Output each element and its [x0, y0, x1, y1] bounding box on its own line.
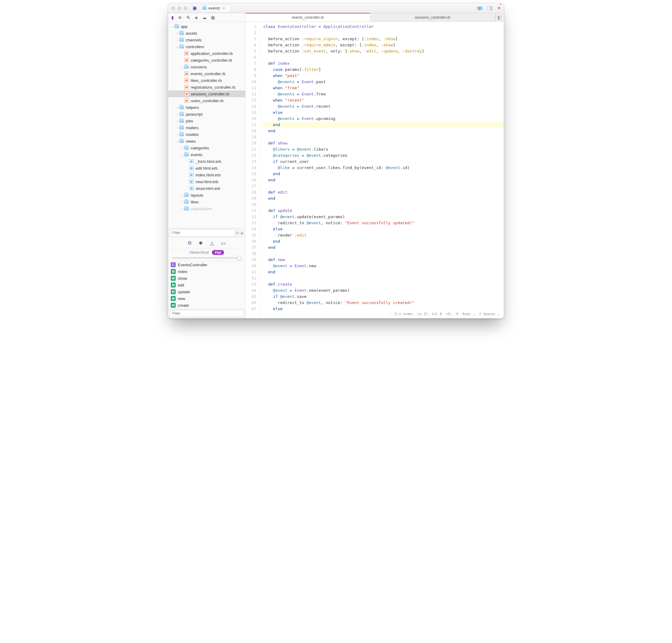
- editor-tab[interactable]: sessions_controller.rb: [370, 13, 495, 22]
- disclosure-icon[interactable]: ›: [181, 65, 184, 69]
- code-line[interactable]: def update: [262, 208, 504, 214]
- code-line[interactable]: [262, 134, 504, 140]
- code-line[interactable]: end: [262, 238, 504, 244]
- tree-folder[interactable]: ›models: [168, 131, 245, 138]
- symbol-row[interactable]: Mupdate: [168, 288, 245, 295]
- tree-file[interactable]: _form.html.erb: [168, 158, 245, 165]
- code-line[interactable]: def create: [262, 281, 504, 288]
- code-line[interactable]: [262, 251, 504, 257]
- tree-file[interactable]: users_controller.rb: [168, 97, 245, 104]
- target-icon[interactable]: ⌾: [394, 312, 398, 316]
- tree-folder[interactable]: ›assets: [168, 30, 245, 37]
- globe-icon[interactable]: ⊕: [178, 15, 182, 20]
- disclosure-icon[interactable]: ›: [176, 133, 179, 136]
- tree-folder[interactable]: ⌄app: [168, 23, 245, 30]
- disclosure-icon[interactable]: ›: [176, 106, 179, 109]
- traffic-zoom[interactable]: [184, 7, 187, 10]
- status-language[interactable]: Ruby ⌄: [463, 312, 475, 316]
- code-line[interactable]: end: [262, 269, 504, 275]
- tree-folder[interactable]: ⌄views: [168, 138, 245, 145]
- tree-file[interactable]: sessions_controller.rb: [168, 90, 245, 97]
- code-line[interactable]: else: [262, 110, 504, 116]
- tree-file[interactable]: registrations_controller.rb: [168, 84, 245, 90]
- tree-folder[interactable]: ›categories: [168, 145, 245, 151]
- disclosure-icon[interactable]: ⌄: [181, 153, 184, 156]
- disclosure-icon[interactable]: ›: [176, 126, 179, 130]
- tree-file[interactable]: index.html.erb: [168, 171, 245, 178]
- symbol-row[interactable]: Mindex: [168, 268, 245, 275]
- symbol-list[interactable]: CEventsControllerMindexMshowMeditMupdate…: [168, 262, 245, 308]
- tree-folder[interactable]: ›layouts: [168, 192, 245, 198]
- code-line[interactable]: @event = Event.new(event_params): [262, 288, 504, 294]
- symbol-row[interactable]: CEventsController: [168, 262, 245, 268]
- code-line[interactable]: before_action :set_event, only: [:show, …: [262, 48, 504, 54]
- code-line[interactable]: else: [262, 226, 504, 232]
- disclosure-icon[interactable]: ›: [181, 194, 184, 197]
- code-line[interactable]: end: [262, 195, 504, 202]
- code-line[interactable]: [262, 275, 504, 281]
- history-icon[interactable]: ↻: [236, 231, 239, 235]
- search-icon[interactable]: 🔍︎: [186, 15, 190, 20]
- zoom-slider[interactable]: [168, 257, 245, 262]
- cloud-icon[interactable]: ☁: [202, 15, 207, 20]
- file-tree[interactable]: ⌄app›assets›channels⌄controllersapplicat…: [168, 22, 245, 228]
- editor-body[interactable]: 1234567891011121314151617181920212223242…: [246, 22, 504, 318]
- disclosure-icon[interactable]: ⌄: [171, 25, 174, 28]
- tree-folder[interactable]: ›concerns: [168, 63, 245, 70]
- tree-folder[interactable]: ›channels: [168, 37, 245, 43]
- tree-folder[interactable]: ›likes: [168, 198, 245, 205]
- code-line[interactable]: def new: [262, 257, 504, 263]
- code-line[interactable]: [262, 30, 504, 36]
- code-line[interactable]: when "recent": [262, 97, 504, 104]
- disclosure-icon[interactable]: ›: [176, 38, 179, 42]
- new-file-icon[interactable]: +: [497, 5, 501, 11]
- disclosure-icon[interactable]: ›: [181, 200, 184, 204]
- project-breadcrumb[interactable]: eventz ⚙: [200, 4, 231, 12]
- code-line[interactable]: end: [262, 128, 504, 134]
- code-line[interactable]: def edit: [262, 189, 504, 195]
- symbol-row[interactable]: Mcreate: [168, 302, 245, 308]
- editor-tab[interactable]: events_controller.rb: [246, 13, 370, 22]
- panel-toggle-icon[interactable]: [487, 6, 492, 10]
- code-line[interactable]: before_action :require_signin, except: […: [262, 36, 504, 42]
- status-position[interactable]: Ln 17, Col 8: [418, 312, 442, 316]
- terminal-icon[interactable]: ▭: [221, 240, 226, 246]
- disclosure-icon[interactable]: ›: [176, 32, 179, 35]
- structure-icon[interactable]: ⧉: [188, 240, 191, 246]
- preview-icon[interactable]: [477, 7, 483, 10]
- tag-icon[interactable]: ◈: [195, 15, 198, 20]
- tree-file[interactable]: events_controller.rb: [168, 70, 245, 77]
- tree-file[interactable]: application_controller.rb: [168, 50, 245, 57]
- warnings-icon[interactable]: △: [210, 240, 214, 246]
- tree-folder[interactable]: ›mailers: [168, 124, 245, 131]
- code-line[interactable]: @event = Event.new: [262, 263, 504, 269]
- code-line[interactable]: end: [262, 171, 504, 177]
- code-line[interactable]: @events = Event.upcoming: [262, 116, 504, 122]
- code-line[interactable]: [262, 54, 504, 60]
- tree-folder[interactable]: ›registrations: [168, 205, 245, 212]
- code-line[interactable]: def index: [262, 60, 504, 66]
- code-line[interactable]: @categories = @event.categories: [262, 153, 504, 159]
- code-line[interactable]: redirect_to @event, notice: "Event succe…: [262, 300, 504, 306]
- tree-folder[interactable]: ⌄controllers: [168, 43, 245, 50]
- code-view[interactable]: class EventsController < ApplicationCont…: [261, 22, 504, 318]
- code-line[interactable]: render :edit: [262, 232, 504, 238]
- symbol-row[interactable]: Mshow: [168, 275, 245, 282]
- code-line[interactable]: [262, 202, 504, 208]
- symbol-row[interactable]: Medit: [168, 282, 245, 288]
- code-line[interactable]: if @event.save: [262, 294, 504, 300]
- gear-icon[interactable]: ⚙: [222, 6, 225, 10]
- symbol-filter-input[interactable]: [170, 310, 244, 317]
- status-indent[interactable]: 2 Spaces ⌄: [479, 312, 499, 316]
- split-editor-icon[interactable]: ◧: [495, 13, 504, 22]
- code-line[interactable]: class EventsController < ApplicationCont…: [262, 24, 504, 30]
- tree-file[interactable]: likes_controller.rb: [168, 77, 245, 84]
- tree-filter-input[interactable]: [170, 229, 235, 236]
- tree-file[interactable]: categories_controller.rb: [168, 57, 245, 63]
- tree-folder[interactable]: ⌄events: [168, 151, 245, 158]
- traffic-close[interactable]: [171, 7, 175, 10]
- code-line[interactable]: [262, 183, 504, 189]
- mode-hierarchical[interactable]: Hierarchical: [189, 250, 209, 255]
- tree-file[interactable]: show.html.erb: [168, 185, 245, 192]
- code-line[interactable]: when "past": [262, 73, 504, 79]
